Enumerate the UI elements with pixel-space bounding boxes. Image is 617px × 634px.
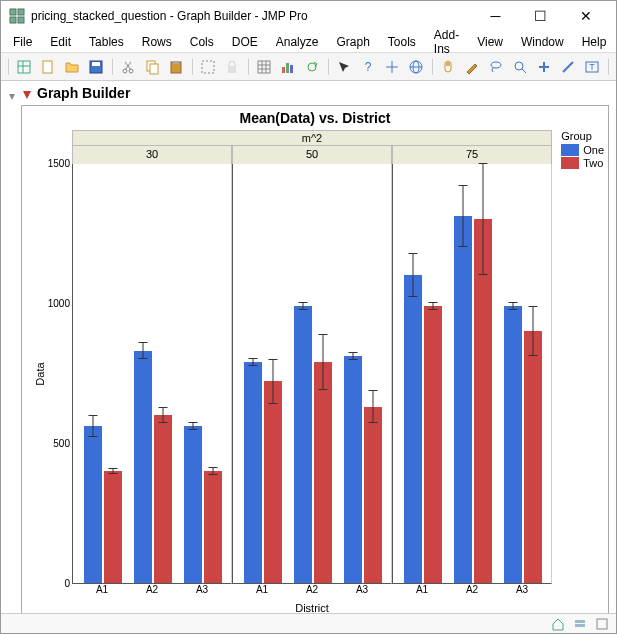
svg-rect-17 (228, 66, 236, 73)
bar[interactable] (364, 407, 382, 583)
error-bar (93, 415, 94, 437)
home-icon[interactable] (550, 616, 566, 632)
svg-rect-42 (597, 619, 607, 629)
menu-window[interactable]: Window (513, 33, 572, 51)
plot-facet[interactable] (72, 164, 232, 584)
minimize-button[interactable]: ─ (473, 1, 518, 31)
legend-item-one[interactable]: One (561, 144, 604, 156)
menu-graph[interactable]: Graph (328, 33, 377, 51)
toolbar-zoom-icon[interactable] (509, 56, 531, 78)
toolbar-hand-icon[interactable] (437, 56, 459, 78)
bar[interactable] (84, 426, 102, 583)
legend: Group One Two (561, 130, 604, 170)
error-bar (113, 468, 114, 474)
error-bar (433, 302, 434, 310)
menu-help[interactable]: Help (574, 33, 615, 51)
toolbar-select-icon[interactable] (197, 56, 219, 78)
toolbar-lock-icon[interactable] (221, 56, 243, 78)
expand-icon[interactable] (594, 616, 610, 632)
error-bar (273, 359, 274, 404)
svg-rect-1 (18, 9, 24, 15)
toolbar-lasso-icon[interactable] (485, 56, 507, 78)
toolbar-chart-icon[interactable] (277, 56, 299, 78)
toolbar-line-icon[interactable] (557, 56, 579, 78)
bar[interactable] (504, 306, 522, 583)
toolbar-arrow-icon[interactable] (333, 56, 355, 78)
menu-rows[interactable]: Rows (134, 33, 180, 51)
toolbar-open-icon[interactable] (61, 56, 83, 78)
svg-rect-23 (282, 67, 285, 73)
toolbar-save-icon[interactable] (85, 56, 107, 78)
close-button[interactable]: ✕ (563, 1, 608, 31)
bar[interactable] (154, 415, 172, 583)
menu-tools[interactable]: Tools (380, 33, 424, 51)
facet-labels-row: 305075 (72, 146, 552, 164)
error-bar (533, 306, 534, 356)
bar[interactable] (104, 471, 122, 583)
svg-rect-40 (575, 620, 585, 623)
bar[interactable] (244, 362, 262, 583)
toolbar-plus-icon[interactable] (533, 56, 555, 78)
menubar: File Edit Tables Rows Cols DOE Analyze G… (1, 31, 616, 53)
bar[interactable] (424, 306, 442, 583)
bar[interactable] (474, 219, 492, 583)
legend-item-two[interactable]: Two (561, 157, 604, 169)
chart-title: Mean(Data) vs. District (22, 106, 608, 130)
bar[interactable] (264, 381, 282, 583)
toolbar-crosshair-icon[interactable] (381, 56, 403, 78)
error-bar (253, 358, 254, 366)
bar[interactable] (204, 471, 222, 583)
toolbar-cut-icon[interactable] (117, 56, 139, 78)
disclosure-triangle-icon[interactable] (7, 88, 17, 98)
menu-view[interactable]: View (469, 33, 511, 51)
toolbar-table-icon[interactable] (13, 56, 35, 78)
svg-rect-41 (575, 624, 585, 627)
menu-addins[interactable]: Add-Ins (426, 26, 467, 58)
x-tick-label: A3 (516, 584, 528, 595)
menu-doe[interactable]: DOE (224, 33, 266, 51)
plot-facet[interactable] (232, 164, 392, 584)
toolbar-new-icon[interactable] (37, 56, 59, 78)
menu-edit[interactable]: Edit (42, 33, 79, 51)
svg-line-34 (522, 69, 526, 73)
svg-rect-9 (92, 62, 100, 66)
toolbar-globe-icon[interactable] (405, 56, 427, 78)
svg-rect-3 (18, 17, 24, 23)
y-tick-label: 1500 (30, 158, 70, 169)
plot-facet[interactable] (392, 164, 552, 584)
svg-rect-13 (150, 64, 158, 74)
maximize-button[interactable]: ☐ (518, 1, 563, 31)
facet-label: 50 (232, 146, 392, 164)
menu-file[interactable]: File (5, 33, 40, 51)
bar[interactable] (344, 356, 362, 583)
menu-analyze[interactable]: Analyze (268, 33, 327, 51)
bar[interactable] (134, 351, 152, 583)
toolbar-brush-icon[interactable] (461, 56, 483, 78)
error-bar (193, 422, 194, 430)
error-bar (353, 352, 354, 360)
toolbar-copy-icon[interactable] (141, 56, 163, 78)
svg-rect-16 (202, 61, 214, 73)
error-bar (303, 302, 304, 310)
bar[interactable] (454, 216, 472, 583)
svg-rect-4 (18, 61, 30, 73)
menu-cols[interactable]: Cols (182, 33, 222, 51)
error-bar (143, 342, 144, 359)
bar[interactable] (404, 275, 422, 583)
toolbar-paste-icon[interactable] (165, 56, 187, 78)
menu-tables[interactable]: Tables (81, 33, 132, 51)
svg-rect-24 (286, 63, 289, 73)
y-tick-label: 500 (30, 438, 70, 449)
toolbar-refresh-icon[interactable] (301, 56, 323, 78)
bar[interactable] (294, 306, 312, 583)
bar[interactable] (184, 426, 202, 583)
error-bar (163, 407, 164, 424)
y-axis: Data 050010001500 (22, 164, 72, 584)
hotspot-triangle-icon[interactable] (21, 87, 33, 99)
toolbar-help-icon[interactable]: ? (357, 56, 379, 78)
toolbar-grid-icon[interactable] (253, 56, 275, 78)
toolbar-text-icon[interactable]: T (581, 56, 603, 78)
stack-icon[interactable] (572, 616, 588, 632)
bar[interactable] (524, 331, 542, 583)
bar[interactable] (314, 362, 332, 583)
